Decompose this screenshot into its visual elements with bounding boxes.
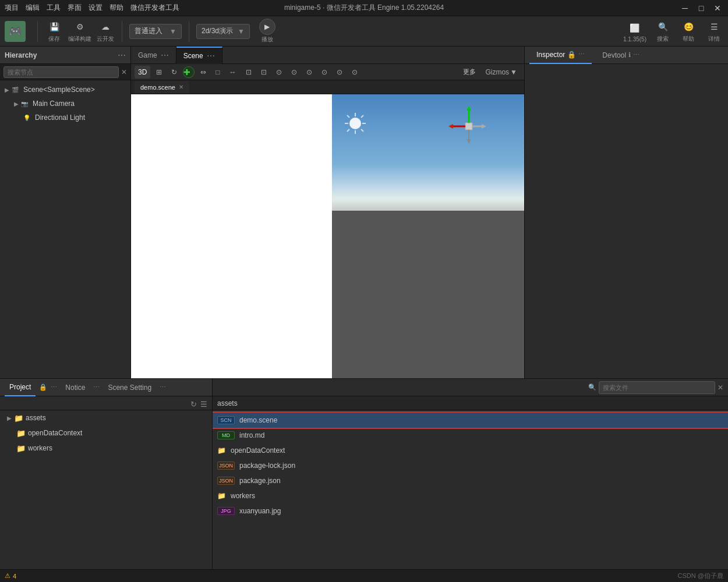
hierarchy-light-item[interactable]: ▶ 💡 Directional Light (0, 111, 130, 125)
warning-count: 4 (13, 573, 16, 580)
file-search-input[interactable] (599, 381, 715, 394)
menu-wechat[interactable]: 微信开发者工具 (130, 3, 179, 13)
scene-icon: 🎬 (12, 87, 21, 93)
warning-indicator[interactable]: ⚠ 4 (5, 572, 16, 580)
demo-scene-tab[interactable]: demo.scene ✕ (135, 81, 189, 94)
inspector-tab[interactable]: Inspector 🔒 ⋯ (529, 47, 592, 64)
tool-s8-button[interactable]: ⊙ (348, 66, 361, 79)
assets-folder-item[interactable]: ▶ 📁 assets (0, 410, 212, 425)
help-group[interactable]: 😊 帮助 (679, 19, 698, 43)
hierarchy-search-input[interactable] (3, 66, 119, 78)
detail-group[interactable]: ☰ 详情 (705, 19, 723, 43)
menu-settings[interactable]: 设置 (89, 3, 103, 13)
hierarchy-menu-button[interactable]: ⋯ (118, 51, 126, 60)
tool-s1-button[interactable]: ⊡ (242, 66, 255, 79)
asset-demo-scene[interactable]: SCN demo.scene (213, 413, 728, 428)
asset-package-lock[interactable]: JSON package-lock.json (213, 458, 728, 473)
open-data-label: openDataContext (28, 429, 82, 437)
tool-rotate-button[interactable]: ↻ (168, 66, 181, 79)
project-lock-icon[interactable]: 🔒 (39, 384, 47, 391)
bottom-right-panel: 🔍 ✕ assets SCN demo.scene MD intro.md 📁 (213, 379, 728, 569)
intro-md-name: intro.md (239, 431, 264, 439)
more-button[interactable]: 更多 (460, 66, 479, 79)
scene-tab-menu[interactable]: ⋯ (207, 51, 215, 61)
tool-s7-button[interactable]: ⊙ (333, 66, 346, 79)
scene-white-area (131, 94, 332, 378)
clear-search-icon[interactable]: ✕ (121, 68, 127, 76)
devtool-menu-icon[interactable]: ⋯ (633, 51, 639, 59)
tab-game[interactable]: Game ⋯ (131, 47, 176, 64)
menu-edit[interactable]: 编辑 (26, 3, 40, 13)
tool-scale-button[interactable]: ↔ (226, 66, 240, 79)
svg-rect-9 (465, 123, 472, 130)
cloud-group[interactable]: ☁ 云开发 (96, 19, 115, 43)
toolbar-sep-2 (122, 21, 122, 42)
notice-tab[interactable]: Notice (61, 379, 90, 396)
package-json-icon: JSON (217, 477, 235, 485)
assets-folder-arrow: ▶ (7, 415, 12, 421)
scene-setting-tab[interactable]: Scene Setting (103, 379, 156, 396)
scene-view[interactable] (131, 94, 524, 378)
hierarchy-camera-item[interactable]: ▶ 📷 Main Camera (0, 97, 130, 111)
tool-s4-button[interactable]: ⊙ (288, 66, 301, 79)
tab-scene[interactable]: Scene ⋯ (176, 47, 222, 64)
assets-breadcrumb: assets (213, 396, 728, 410)
refresh-icon[interactable]: ↻ (190, 400, 197, 409)
tool-3d-button[interactable]: 3D (135, 66, 150, 79)
menu-tools[interactable]: 工具 (47, 3, 61, 13)
tool-s3-button[interactable]: ⊙ (273, 66, 285, 79)
game-tab-menu[interactable]: ⋯ (161, 51, 169, 60)
save-group[interactable]: 💾 保存 (45, 19, 63, 43)
devtool-tab-label: Devtool (602, 51, 626, 59)
search-label: 搜索 (657, 35, 669, 43)
assets-folder-icon: 📁 (14, 414, 23, 423)
asset-package-json[interactable]: JSON package.json (213, 473, 728, 488)
notice-menu-icon[interactable]: ⋯ (93, 384, 100, 391)
close-button[interactable]: ✕ (712, 4, 723, 12)
asset-intro-md[interactable]: MD intro.md (213, 428, 728, 443)
detail-icon: ☰ (705, 19, 723, 34)
menu-help[interactable]: 帮助 (109, 3, 123, 13)
project-tab[interactable]: Project (5, 379, 36, 396)
play-label: 播放 (261, 36, 273, 44)
view-dropdown-arrow: ▼ (238, 27, 245, 36)
compile-group[interactable]: ⚙ 编译构建 (68, 19, 91, 43)
package-lock-icon: JSON (217, 462, 235, 470)
menu-project[interactable]: 项目 (5, 3, 19, 13)
tool-rect-button[interactable]: □ (212, 66, 223, 79)
asset-workers[interactable]: 📁 workers (213, 488, 728, 503)
detail-label: 详情 (708, 35, 720, 43)
tool-s2-button[interactable]: ⊡ (257, 66, 270, 79)
gizmos-button[interactable]: Gizmos ▼ (482, 66, 521, 79)
workers-item[interactable]: 📁 workers (0, 441, 212, 456)
tool-s6-button[interactable]: ⊙ (318, 66, 331, 79)
maximize-button[interactable]: □ (695, 4, 707, 12)
devtool-tab[interactable]: Devtool ℹ ⋯ (595, 47, 646, 64)
demo-scene-close-icon[interactable]: ✕ (179, 84, 183, 90)
project-menu-icon[interactable]: ⋯ (51, 384, 57, 391)
menu-interface[interactable]: 界面 (68, 3, 82, 13)
asset-xuanyuan-jpg[interactable]: JPG xuanyuan.jpg (213, 503, 728, 519)
tool-s5-button[interactable]: ⊙ (303, 66, 316, 79)
inspector-menu-icon[interactable]: ⋯ (578, 51, 585, 58)
play-button[interactable]: ▶ (259, 19, 275, 35)
workers-label: workers (28, 444, 52, 452)
tool-add-button[interactable]: ✚ (183, 66, 195, 78)
mode-dropdown-arrow: ▼ (169, 27, 176, 36)
open-data-context-item[interactable]: 📁 openDataContext (0, 425, 212, 441)
scene-arrow-icon: ▶ (5, 87, 12, 93)
scene-setting-menu-icon[interactable]: ⋯ (160, 384, 166, 391)
tool-grid-button[interactable]: ⊞ (153, 66, 165, 79)
hierarchy-scene-item[interactable]: ▶ 🎬 Scene<SampleScene> (0, 83, 130, 97)
search-group[interactable]: 🔍 搜索 (653, 19, 672, 43)
file-search-bar: 🔍 ✕ (213, 379, 728, 396)
minimize-button[interactable]: ─ (679, 4, 691, 12)
window-icon-group[interactable]: ⬜ 1.1.35(5) (623, 20, 646, 42)
tool-move-button[interactable]: ⇔ (197, 66, 210, 79)
asset-open-data-context[interactable]: 📁 openDataContext (213, 443, 728, 458)
list-view-icon[interactable]: ☰ (200, 400, 207, 409)
mode-dropdown[interactable]: 普通进入 ▼ (129, 24, 182, 39)
inspector-content (525, 64, 728, 378)
view-dropdown[interactable]: 2d/3d演示 ▼ (196, 24, 250, 39)
clear-file-search-icon[interactable]: ✕ (718, 384, 723, 392)
